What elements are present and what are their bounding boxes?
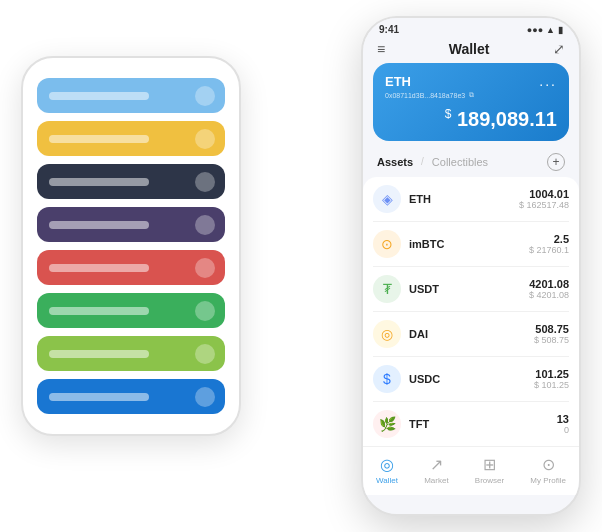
token-item[interactable]: ⊙imBTC2.5$ 21760.1 xyxy=(373,222,569,267)
eth-card-more[interactable]: ... xyxy=(539,73,557,89)
card-row[interactable] xyxy=(37,121,225,156)
token-usd: 0 xyxy=(557,425,569,435)
token-item[interactable]: ₮USDT4201.08$ 4201.08 xyxy=(373,267,569,312)
bottom-nav: ◎Wallet↗Market⊞Browser⊙My Profile xyxy=(363,446,579,495)
token-usd: $ 21760.1 xyxy=(529,245,569,255)
token-amount: 13 xyxy=(557,413,569,425)
card-row-text xyxy=(49,135,149,143)
eth-card-balance: $ 189,089.11 xyxy=(385,107,557,131)
signal-icon: ●●● xyxy=(527,25,543,35)
token-name: USDC xyxy=(409,373,534,385)
token-item[interactable]: $USDC101.25$ 101.25 xyxy=(373,357,569,402)
token-icon: ◎ xyxy=(373,320,401,348)
nav-item-market[interactable]: ↗Market xyxy=(424,455,448,485)
nav-label-my-profile: My Profile xyxy=(530,476,566,485)
card-row[interactable] xyxy=(37,250,225,285)
token-item[interactable]: 🌿TFT130 xyxy=(373,402,569,446)
token-usd: $ 101.25 xyxy=(534,380,569,390)
nav-label-market: Market xyxy=(424,476,448,485)
card-row[interactable] xyxy=(37,293,225,328)
card-row-text xyxy=(49,92,149,100)
nav-item-wallet[interactable]: ◎Wallet xyxy=(376,455,398,485)
token-amounts: 2.5$ 21760.1 xyxy=(529,233,569,255)
token-amount: 1004.01 xyxy=(519,188,569,200)
token-amounts: 508.75$ 508.75 xyxy=(534,323,569,345)
nav-icon-market: ↗ xyxy=(430,455,443,474)
eth-card-header: ETH ... xyxy=(385,73,557,89)
token-icon: ◈ xyxy=(373,185,401,213)
token-item[interactable]: ◎DAI508.75$ 508.75 xyxy=(373,312,569,357)
nav-icon-my-profile: ⊙ xyxy=(542,455,555,474)
nav-label-wallet: Wallet xyxy=(376,476,398,485)
token-list: ◈ETH1004.01$ 162517.48⊙imBTC2.5$ 21760.1… xyxy=(363,177,579,446)
assets-header: Assets / Collectibles + xyxy=(363,151,579,177)
token-usd: $ 4201.08 xyxy=(529,290,569,300)
token-amounts: 1004.01$ 162517.48 xyxy=(519,188,569,210)
eth-card-name: ETH xyxy=(385,74,411,89)
token-name: imBTC xyxy=(409,238,529,250)
card-row-icon xyxy=(195,344,215,364)
time: 9:41 xyxy=(379,24,399,35)
token-amounts: 4201.08$ 4201.08 xyxy=(529,278,569,300)
balance-value: 189,089.11 xyxy=(457,108,557,130)
card-row-text xyxy=(49,393,149,401)
token-name: USDT xyxy=(409,283,529,295)
card-row-icon xyxy=(195,387,215,407)
card-row-icon xyxy=(195,215,215,235)
eth-card-address: 0x08711d3B...8418a78e3 ⧉ xyxy=(385,91,557,99)
scene: 9:41 ●●● ▲ ▮ ≡ Wallet ⤢ ETH ... 0x08711d… xyxy=(21,16,581,516)
card-row-icon xyxy=(195,86,215,106)
card-row-text xyxy=(49,350,149,358)
wallet-title: Wallet xyxy=(449,41,490,57)
nav-icon-wallet: ◎ xyxy=(380,455,394,474)
assets-tab-collectibles[interactable]: Collectibles xyxy=(432,156,488,168)
token-amounts: 130 xyxy=(557,413,569,435)
battery-icon: ▮ xyxy=(558,25,563,35)
card-row-text xyxy=(49,178,149,186)
wifi-icon: ▲ xyxy=(546,25,555,35)
tab-divider: / xyxy=(421,156,424,167)
card-row[interactable] xyxy=(37,164,225,199)
card-row[interactable] xyxy=(37,336,225,371)
token-amounts: 101.25$ 101.25 xyxy=(534,368,569,390)
token-usd: $ 508.75 xyxy=(534,335,569,345)
nav-item-my-profile[interactable]: ⊙My Profile xyxy=(530,455,566,485)
token-amount: 2.5 xyxy=(529,233,569,245)
card-row-text xyxy=(49,221,149,229)
card-row-text xyxy=(49,307,149,315)
copy-icon[interactable]: ⧉ xyxy=(469,91,474,99)
card-row[interactable] xyxy=(37,78,225,113)
nav-label-browser: Browser xyxy=(475,476,504,485)
foreground-phone: 9:41 ●●● ▲ ▮ ≡ Wallet ⤢ ETH ... 0x08711d… xyxy=(361,16,581,516)
token-icon: 🌿 xyxy=(373,410,401,438)
token-name: TFT xyxy=(409,418,557,430)
assets-tab-active[interactable]: Assets xyxy=(377,156,413,168)
token-icon: $ xyxy=(373,365,401,393)
background-phone xyxy=(21,56,241,436)
card-row-text xyxy=(49,264,149,272)
token-amount: 508.75 xyxy=(534,323,569,335)
token-amount: 101.25 xyxy=(534,368,569,380)
token-item[interactable]: ◈ETH1004.01$ 162517.48 xyxy=(373,177,569,222)
card-row[interactable] xyxy=(37,207,225,242)
token-icon: ⊙ xyxy=(373,230,401,258)
token-name: ETH xyxy=(409,193,519,205)
token-usd: $ 162517.48 xyxy=(519,200,569,210)
card-row-icon xyxy=(195,172,215,192)
status-icons: ●●● ▲ ▮ xyxy=(527,25,563,35)
add-asset-button[interactable]: + xyxy=(547,153,565,171)
balance-prefix: $ xyxy=(445,107,452,121)
token-name: DAI xyxy=(409,328,534,340)
expand-icon[interactable]: ⤢ xyxy=(553,41,565,57)
status-bar: 9:41 ●●● ▲ ▮ xyxy=(363,18,579,37)
card-row-icon xyxy=(195,129,215,149)
card-row-icon xyxy=(195,258,215,278)
card-row[interactable] xyxy=(37,379,225,414)
eth-card[interactable]: ETH ... 0x08711d3B...8418a78e3 ⧉ $ 189,0… xyxy=(373,63,569,141)
nav-icon-browser: ⊞ xyxy=(483,455,496,474)
token-icon: ₮ xyxy=(373,275,401,303)
nav-item-browser[interactable]: ⊞Browser xyxy=(475,455,504,485)
assets-tabs: Assets / Collectibles xyxy=(377,156,488,168)
hamburger-icon[interactable]: ≡ xyxy=(377,41,385,57)
phone-header: ≡ Wallet ⤢ xyxy=(363,37,579,63)
